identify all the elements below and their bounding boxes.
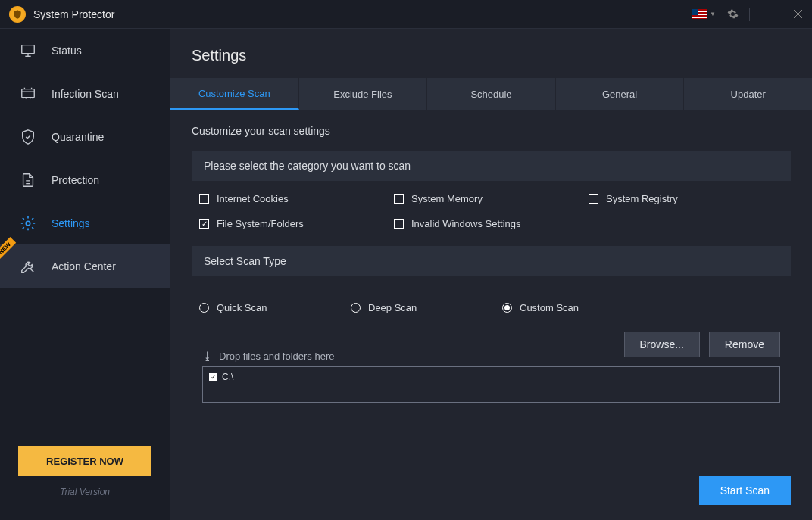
- gear-icon: [18, 213, 38, 233]
- sidebar: Status Infection Scan Quarantine: [0, 29, 170, 520]
- minimize-icon: [765, 10, 773, 18]
- checkbox[interactable]: [394, 219, 404, 229]
- file-item[interactable]: ✓ C:\: [209, 372, 773, 382]
- svg-rect-3: [22, 45, 35, 53]
- checkbox-label: System Registry: [606, 193, 678, 204]
- app-logo: [9, 6, 26, 23]
- titlebar: System Protector ▼: [0, 0, 812, 29]
- sidebar-item-settings[interactable]: Settings: [0, 201, 170, 244]
- register-button[interactable]: REGISTER NOW: [18, 446, 151, 476]
- tab-updater[interactable]: Updater: [684, 78, 812, 110]
- document-shield-icon: [18, 170, 38, 190]
- category-system-memory[interactable]: System Memory: [394, 193, 589, 204]
- shield-check-icon: [18, 127, 38, 147]
- sidebar-item-status[interactable]: Status: [0, 29, 170, 72]
- drop-hint-label: Drop files and folders here: [219, 350, 334, 362]
- remove-button[interactable]: Remove: [709, 332, 780, 357]
- scan-type-custom[interactable]: Custom Scan: [502, 302, 654, 313]
- page-title: Settings: [192, 47, 791, 64]
- category-file-system[interactable]: File System/Folders: [199, 218, 394, 229]
- language-selector[interactable]: ▼: [687, 0, 720, 28]
- app-title: System Protector: [33, 8, 114, 20]
- tab-general[interactable]: General: [556, 78, 685, 110]
- category-section-header: Please select the category you want to s…: [192, 151, 791, 181]
- trial-version-label: Trial Version: [18, 487, 151, 497]
- checkbox[interactable]: [589, 194, 598, 204]
- category-invalid-windows[interactable]: Invalid Windows Settings: [394, 218, 589, 229]
- checkbox[interactable]: ✓: [209, 373, 217, 381]
- drop-hint: ⭳ Drop files and folders here: [202, 350, 334, 362]
- radio-label: Quick Scan: [217, 302, 267, 313]
- radio[interactable]: [502, 303, 512, 313]
- file-path-label: C:\: [222, 372, 233, 382]
- checkbox[interactable]: [199, 194, 209, 204]
- checkbox-label: Internet Cookies: [217, 193, 289, 204]
- customize-subtitle: Customize your scan settings: [192, 125, 791, 137]
- browse-button[interactable]: Browse...: [624, 332, 700, 357]
- category-internet-cookies[interactable]: Internet Cookies: [199, 193, 394, 204]
- settings-tabs: Customize Scan Exclude Files Schedule Ge…: [170, 78, 812, 110]
- radio[interactable]: [199, 303, 209, 313]
- sidebar-item-label: Action Center: [52, 260, 116, 272]
- sidebar-item-label: Settings: [52, 217, 90, 229]
- monitor-icon: [18, 41, 38, 61]
- category-system-registry[interactable]: System Registry: [589, 193, 783, 204]
- download-icon: ⭳: [202, 350, 213, 362]
- sidebar-item-label: Status: [52, 45, 82, 57]
- sidebar-item-label: Infection Scan: [52, 88, 119, 100]
- scan-type-quick[interactable]: Quick Scan: [199, 302, 351, 313]
- minimize-button[interactable]: [754, 0, 783, 28]
- settings-gear-button[interactable]: [720, 0, 745, 28]
- radio[interactable]: [351, 303, 361, 313]
- tab-customize-scan[interactable]: Customize Scan: [170, 78, 299, 110]
- checkbox-label: Invalid Windows Settings: [411, 218, 521, 229]
- scan-type-section-header: Select Scan Type: [192, 246, 791, 276]
- radio-label: Custom Scan: [520, 302, 579, 313]
- chevron-down-icon: ▼: [710, 11, 716, 17]
- checkbox-label: File System/Folders: [217, 218, 304, 229]
- sidebar-item-action-center[interactable]: NEW Action Center: [0, 244, 170, 288]
- wrench-icon: [18, 257, 38, 276]
- sidebar-item-protection[interactable]: Protection: [0, 158, 170, 201]
- file-list[interactable]: ✓ C:\: [202, 366, 780, 403]
- svg-point-7: [26, 221, 30, 226]
- gear-icon: [727, 8, 739, 20]
- tab-schedule[interactable]: Schedule: [427, 78, 556, 110]
- scan-type-deep[interactable]: Deep Scan: [351, 302, 502, 313]
- close-button[interactable]: [783, 0, 812, 28]
- sidebar-item-label: Quarantine: [52, 131, 104, 143]
- divider: [749, 8, 750, 21]
- sidebar-item-label: Protection: [52, 174, 99, 186]
- sidebar-item-infection-scan[interactable]: Infection Scan: [0, 72, 170, 115]
- scan-icon: [18, 84, 38, 104]
- checkbox[interactable]: [394, 194, 404, 204]
- checkbox-label: System Memory: [411, 193, 483, 204]
- svg-rect-6: [22, 89, 35, 97]
- radio-label: Deep Scan: [368, 302, 417, 313]
- close-icon: [794, 10, 802, 18]
- checkbox[interactable]: [199, 219, 209, 229]
- sidebar-item-quarantine[interactable]: Quarantine: [0, 115, 170, 158]
- content-area: Settings Customize Scan Exclude Files Sc…: [170, 29, 812, 520]
- tab-exclude-files[interactable]: Exclude Files: [299, 78, 428, 110]
- start-scan-button[interactable]: Start Scan: [699, 476, 791, 505]
- flag-us-icon: [692, 9, 707, 19]
